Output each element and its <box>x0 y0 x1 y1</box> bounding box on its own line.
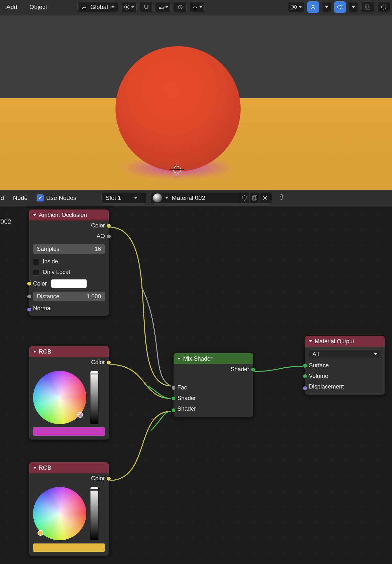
unlink-material-icon[interactable] <box>260 192 270 203</box>
node-header[interactable]: Ambient Occlusion <box>29 209 109 220</box>
checkbox-icon <box>33 269 39 276</box>
node-header[interactable]: Material Output <box>305 336 385 347</box>
material-name-input[interactable] <box>172 194 236 201</box>
transform-orientation[interactable]: Global <box>77 1 118 13</box>
svg-point-10 <box>381 5 386 9</box>
node-editor[interactable]: .002 Ambient Occlusion Color AO Samples … <box>0 206 392 558</box>
socket-out-ao[interactable] <box>107 234 111 239</box>
socket-out-color[interactable] <box>107 476 111 481</box>
gizmo-options[interactable] <box>322 1 331 13</box>
proportional-icon <box>177 4 183 10</box>
svg-point-3 <box>180 6 181 8</box>
shader2-label: Shader <box>177 406 196 412</box>
snap-options[interactable] <box>156 1 171 13</box>
samples-label: Samples <box>37 246 59 252</box>
svg-point-5 <box>293 6 295 8</box>
chevron-down-icon <box>352 6 355 8</box>
socket-in-shader-2[interactable] <box>171 408 176 413</box>
chevron-down-icon <box>374 353 377 355</box>
new-material-icon[interactable] <box>249 192 260 203</box>
only-local-check[interactable]: Only Local <box>29 267 109 278</box>
wheel-handle[interactable] <box>38 530 43 536</box>
node-mix-shader[interactable]: Mix Shader Shader Fac Shader Shader <box>173 353 253 417</box>
out-color-label: Color <box>91 475 105 482</box>
socket-in-displacement[interactable] <box>303 386 307 390</box>
svg-point-6 <box>337 5 341 9</box>
snap-toggle[interactable] <box>140 1 153 13</box>
node-rgb-1[interactable]: RGB Color <box>29 346 109 440</box>
pivot-point[interactable] <box>121 1 137 13</box>
surface-label: Surface <box>309 362 329 369</box>
node-editor-header: d Node ✓ Use Nodes Slot 1 <box>0 190 392 206</box>
color-preview[interactable] <box>33 543 105 552</box>
add-menu[interactable]: Add <box>2 2 22 13</box>
svg-rect-11 <box>252 196 256 200</box>
object-menu[interactable]: Object <box>25 2 52 13</box>
value-slider[interactable] <box>90 371 98 424</box>
xray-icon <box>364 4 371 10</box>
collapse-icon[interactable] <box>33 351 36 353</box>
shield-icon[interactable] <box>239 192 249 203</box>
in-color-label: Color <box>33 280 47 287</box>
wheel-handle[interactable] <box>77 412 83 418</box>
fac-label: Fac <box>177 384 187 391</box>
node-title: RGB <box>39 348 51 355</box>
axes-icon <box>81 4 87 10</box>
material-selector[interactable] <box>151 192 272 204</box>
header-trunc: d <box>1 194 4 201</box>
node-material-output[interactable]: Material Output All Surface Volume Displ… <box>305 336 385 395</box>
socket-out-color[interactable] <box>107 224 111 228</box>
xray-toggle[interactable] <box>361 1 374 13</box>
color-swatch[interactable] <box>51 279 87 288</box>
overlay-options[interactable] <box>349 1 358 13</box>
chevron-down-icon <box>165 197 168 199</box>
pin-icon[interactable] <box>278 194 285 202</box>
socket-out-shader[interactable] <box>251 367 255 372</box>
viewport-3d[interactable] <box>0 15 392 190</box>
output-target-select[interactable]: All <box>309 349 381 359</box>
svg-point-7 <box>339 5 343 9</box>
proportional-falloff[interactable] <box>190 1 205 13</box>
node-menu[interactable]: Node <box>9 192 32 203</box>
out-color-label: Color <box>91 359 105 366</box>
svg-rect-8 <box>365 5 369 8</box>
use-nodes-checkbox[interactable]: ✓ <box>37 194 44 201</box>
use-nodes-label: Use Nodes <box>46 194 76 201</box>
overlay-toggle[interactable] <box>334 1 346 13</box>
samples-value: 16 <box>95 246 101 252</box>
node-rgb-2[interactable]: RGB Color <box>29 462 109 556</box>
material-slot-select[interactable]: Slot 1 <box>101 192 146 204</box>
socket-in-fac[interactable] <box>171 386 176 390</box>
proportional-edit[interactable] <box>174 1 187 13</box>
falloff-icon <box>192 4 198 10</box>
in-normal-label: Normal <box>33 305 52 312</box>
target-label: All <box>312 351 319 358</box>
collapse-icon[interactable] <box>177 358 181 360</box>
collapse-icon[interactable] <box>33 467 36 469</box>
socket-in-normal[interactable] <box>27 307 31 312</box>
out-shader-label: Shader <box>231 366 249 373</box>
socket-out-color[interactable] <box>107 360 111 365</box>
distance-field[interactable]: Distance 1.000 <box>33 292 105 301</box>
value-slider[interactable] <box>90 487 98 540</box>
node-header[interactable]: Mix Shader <box>174 353 253 364</box>
node-header[interactable]: RGB <box>29 462 109 473</box>
socket-in-shader-1[interactable] <box>171 396 176 401</box>
socket-in-surface[interactable] <box>303 363 307 368</box>
collapse-icon[interactable] <box>33 214 36 216</box>
inside-label: Inside <box>43 258 58 265</box>
node-header[interactable]: RGB <box>29 346 109 357</box>
shading-wire[interactable] <box>377 1 390 13</box>
socket-in-color[interactable] <box>27 281 31 286</box>
out-ao-label: AO <box>97 233 105 240</box>
socket-in-distance[interactable] <box>27 294 31 299</box>
samples-field[interactable]: Samples 16 <box>33 244 105 254</box>
visibility-toggles[interactable] <box>288 1 304 13</box>
inside-check[interactable]: Inside <box>29 256 109 267</box>
node-ambient-occlusion[interactable]: Ambient Occlusion Color AO Samples 16 In… <box>29 209 109 316</box>
color-preview[interactable] <box>33 427 105 436</box>
collapse-icon[interactable] <box>309 340 312 342</box>
socket-in-volume[interactable] <box>303 374 307 379</box>
gizmo-toggle[interactable] <box>307 1 319 13</box>
sphere-object <box>115 46 241 171</box>
